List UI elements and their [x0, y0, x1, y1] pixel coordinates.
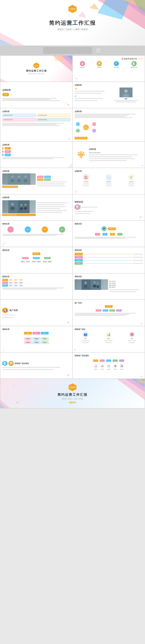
contents-item-4: 📝 销售推广综合: [131, 61, 138, 68]
arrow-2: 步骤二: [5, 150, 11, 153]
matrix-3-1: 特性7: [8, 284, 13, 286]
keyboard-area: [0, 46, 145, 55]
ops-photo2-title: 运营职责: [2, 196, 36, 199]
svg-point-45: [24, 175, 27, 178]
flow2-4: 成交签约: [74, 262, 83, 265]
promo-intro-title: 推广体系: [10, 309, 18, 312]
detail-item-4: 目标客户: [111, 286, 116, 288]
matrix-row-2-label: 产品B: [2, 282, 8, 284]
matrix-2-2: 特性5: [14, 282, 18, 284]
contents-label-1: 运营职责: [80, 67, 85, 68]
platform-badge: 销售平台: [108, 228, 116, 230]
promo-flow-sub1: 子渠道A1: [24, 337, 32, 340]
contents-icon-3: 📢: [114, 61, 119, 66]
photo-label: 为公司开拓市场的专业人员: [2, 186, 18, 188]
service-label-1: 用户运营: [84, 181, 88, 183]
contents-label-3: 推广体系: [114, 67, 119, 68]
svg-point-44: [17, 179, 21, 182]
hero-slide: LOGO 简约运营工作汇报 财务部 / 行政部 / 人事部 / 销售部: [0, 0, 145, 46]
sales-platform-title: 销售体系: [74, 223, 143, 225]
contents-item-1: 📋 运营职责: [80, 61, 85, 68]
slide-cover-logo: LOGO: [34, 63, 39, 68]
promo-flow-1: 渠道A: [24, 332, 32, 334]
slide-ops-arrows: 运营职责 步骤一 步骤二 步骤三: [0, 142, 72, 168]
svg-point-62: [96, 286, 99, 288]
svg-text:运营数据: 运营数据: [108, 360, 110, 361]
svg-text:销售分析: 销售分析: [94, 369, 97, 370]
circle-4: 客户: [59, 226, 65, 232]
slide-promo-combined: 销售推广综合 👥 团队 📊 数据 🎯 目标: [73, 326, 145, 352]
slide-ops-photo-text: 运营职责 运营 推广 销售: [73, 82, 145, 108]
slide-ops-photo2: 运营职责 为公司创造价值的专业团队: [0, 194, 72, 220]
leaf-3: 销售员3: [32, 261, 36, 262]
slide-sales-platform: 销售体系 💻 销售平台 研发 › 生产 › 销售 › 售后: [73, 221, 145, 247]
svg-marker-74: [100, 360, 100, 361]
slide-promo-flow: 销售体系 渠道A 子渠道A1 子渠道A2 渠道B 子渠道B1 子渠道B2 渠道C…: [0, 326, 72, 352]
ops-section-title: 运营职责: [2, 89, 70, 92]
ops-boxes-title: 运营职责: [2, 110, 70, 113]
promo-flow-title: 销售体系: [2, 328, 70, 330]
contents-icon-1: 📋: [80, 61, 85, 66]
svg-line-28: [80, 128, 83, 130]
svg-point-58: [84, 285, 88, 288]
matrix-2-3: 特性6: [19, 282, 23, 284]
svg-point-52: [20, 208, 23, 210]
svg-line-29: [89, 128, 92, 130]
ops-label-ops: 运营: [74, 88, 108, 90]
service-1: 🏠 用户运营: [83, 174, 89, 186]
ops-label-promo: 推广: [74, 95, 108, 97]
service-circle-1: 🏠: [83, 174, 89, 180]
promo-flow-3: 渠道C: [41, 332, 48, 334]
svg-text:✅: ✅: [121, 365, 123, 367]
service-2: ☁️ 内容运营: [105, 174, 112, 186]
svg-rect-35: [78, 154, 79, 155]
ops-badge: 运营: [2, 93, 9, 96]
ops-item-1: 用户运营: [37, 176, 44, 178]
slide-promo-intro: 📢 推广体系: [0, 300, 72, 326]
report-title: 销售推广综合报告: [15, 362, 29, 365]
svg-point-24: [76, 129, 80, 132]
svg-point-51: [20, 204, 22, 206]
service-label-2: 内容运营: [106, 181, 111, 183]
svg-point-46: [24, 179, 28, 182]
svg-point-25: [92, 129, 96, 132]
matrix-1-1: 特性1: [8, 279, 13, 281]
promo-branch-1: 线上推广: [96, 310, 101, 312]
svg-marker-7: [90, 3, 99, 10]
svg-text:优化决策: 优化决策: [120, 369, 124, 370]
slide-report-diagram: 销售推广综合报告 销售数据 推广数据 运营数据 综合分析 决策优化: [73, 352, 145, 378]
branch-3: 区域经理C: [44, 257, 50, 259]
slide-cover-subtitle: 财务部 / 行政部 / 人事部 / 销售部: [28, 73, 45, 75]
leaf-5: 销售员5: [43, 261, 47, 262]
ops-photo: [120, 88, 132, 97]
slide-cover: LOGO 简约运营工作汇报 财务部 / 行政部 / 人事部 / 销售部: [0, 56, 72, 82]
keyboard: [43, 47, 92, 54]
svg-point-18: [124, 90, 128, 93]
circle-1: 产品: [8, 226, 14, 232]
promo-branch-3: 媒体推广: [110, 310, 115, 312]
svg-marker-16: [142, 58, 143, 59]
svg-marker-14: [0, 78, 7, 82]
promo-tree-title: 推广体系: [74, 302, 143, 304]
sales-circles-title: 销售体系: [2, 223, 70, 225]
svg-point-59: [94, 282, 96, 284]
slide-sales-circles: 销售体系 产品 渠道 团队 客户: [0, 221, 72, 247]
report-icon-2: 📊: [8, 361, 14, 366]
promo-root: 推广总部: [105, 305, 113, 308]
final-subtitle: 财务部 / 行政部 / 人事部 / 销售部: [62, 398, 83, 400]
report-icon-1: 📝: [2, 361, 8, 366]
promo-combined-label-2: 数据: [108, 338, 110, 340]
slide-ops-service-icons: 运营职责 🏠 用户运营 ☁️ 内容运营 🛒 活动运营: [73, 168, 145, 194]
slide-contents: CONTENTS 📋 运营职责 📊 销售体系 📢 推广体系 📝 销售推广综合: [73, 56, 145, 82]
svg-marker-80: [119, 360, 119, 361]
branch-1: 区域经理A: [22, 257, 28, 259]
svg-point-42: [10, 179, 14, 182]
svg-text:📢: 📢: [101, 365, 104, 367]
ops-item-4: 数据运营: [44, 178, 51, 181]
svg-marker-13: [54, 56, 64, 62]
svg-rect-56: [82, 279, 90, 290]
sales-matrix-title: 销售体系: [2, 276, 70, 278]
svg-marker-8: [78, 12, 86, 18]
final-title: 简约运营工作汇报: [58, 392, 88, 397]
contents-icon-2: 📊: [97, 61, 102, 66]
